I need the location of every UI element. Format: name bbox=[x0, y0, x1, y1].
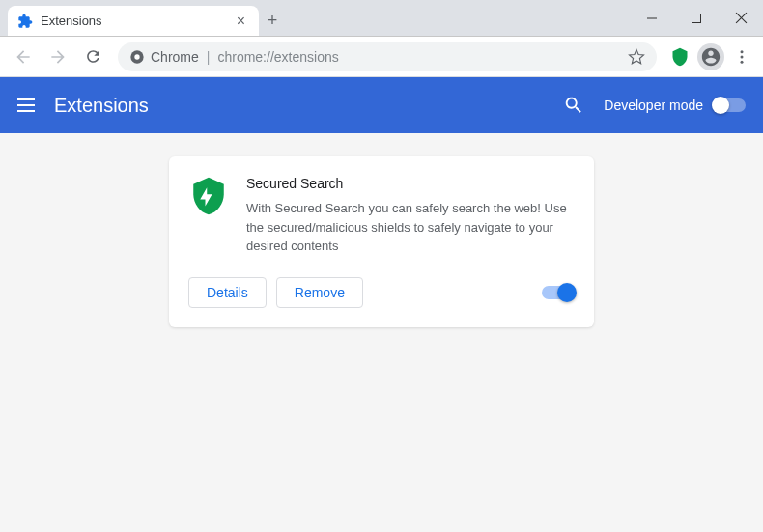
extension-description: With Secured Search you can safely searc… bbox=[246, 199, 575, 256]
close-icon[interactable]: × bbox=[233, 11, 249, 32]
close-window-button[interactable] bbox=[719, 0, 763, 36]
details-button[interactable]: Details bbox=[188, 277, 267, 308]
maximize-button[interactable] bbox=[674, 0, 719, 36]
chrome-scheme-icon: Chrome bbox=[129, 49, 199, 65]
extensions-content: Secured Search With Secured Search you c… bbox=[0, 133, 763, 532]
svg-point-8 bbox=[741, 55, 744, 58]
extensions-header: Extensions Developer mode bbox=[0, 77, 763, 133]
svg-point-6 bbox=[134, 54, 139, 59]
window-titlebar: Extensions × + bbox=[0, 0, 763, 37]
developer-mode-toggle[interactable] bbox=[713, 98, 746, 112]
profile-avatar[interactable] bbox=[697, 43, 724, 70]
page-title: Extensions bbox=[54, 95, 149, 117]
omnibox-divider: | bbox=[207, 49, 211, 65]
svg-point-7 bbox=[741, 50, 744, 53]
back-button[interactable] bbox=[8, 42, 39, 72]
reload-button[interactable] bbox=[77, 42, 108, 72]
address-bar: Chrome | chrome://extensions bbox=[0, 37, 763, 77]
url-text: chrome://extensions bbox=[217, 49, 338, 65]
browser-tab[interactable]: Extensions × bbox=[8, 6, 259, 36]
bookmark-star-icon[interactable] bbox=[628, 48, 645, 66]
extension-icon bbox=[188, 176, 229, 216]
svg-point-9 bbox=[741, 60, 744, 63]
puzzle-icon bbox=[17, 14, 33, 29]
omnibox[interactable]: Chrome | chrome://extensions bbox=[118, 42, 657, 71]
hamburger-menu-icon[interactable] bbox=[17, 98, 35, 112]
developer-mode-label: Developer mode bbox=[604, 98, 703, 113]
extension-enable-toggle[interactable] bbox=[542, 286, 575, 299]
window-controls bbox=[630, 0, 763, 36]
new-tab-button[interactable]: + bbox=[259, 6, 286, 36]
extension-name: Secured Search bbox=[246, 176, 575, 191]
tab-title: Extensions bbox=[41, 14, 225, 28]
minimize-button[interactable] bbox=[630, 0, 674, 36]
svg-rect-2 bbox=[692, 14, 701, 22]
forward-button[interactable] bbox=[42, 42, 73, 72]
kebab-menu-icon[interactable] bbox=[728, 48, 755, 66]
extension-shield-icon[interactable] bbox=[666, 43, 693, 70]
scheme-label: Chrome bbox=[151, 49, 199, 65]
search-icon[interactable] bbox=[563, 95, 584, 116]
remove-button[interactable]: Remove bbox=[276, 277, 363, 308]
extension-card: Secured Search With Secured Search you c… bbox=[169, 156, 594, 327]
